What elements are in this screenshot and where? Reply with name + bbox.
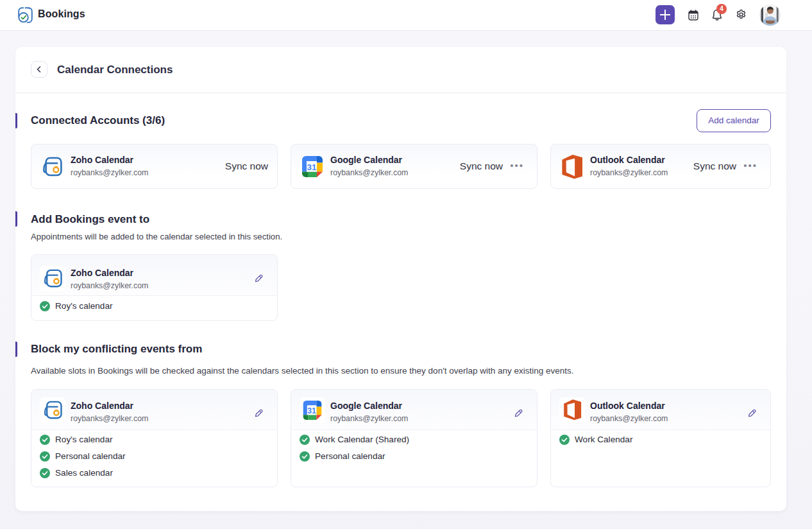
svg-text:31: 31 — [307, 406, 316, 415]
svg-text:31: 31 — [307, 162, 317, 172]
